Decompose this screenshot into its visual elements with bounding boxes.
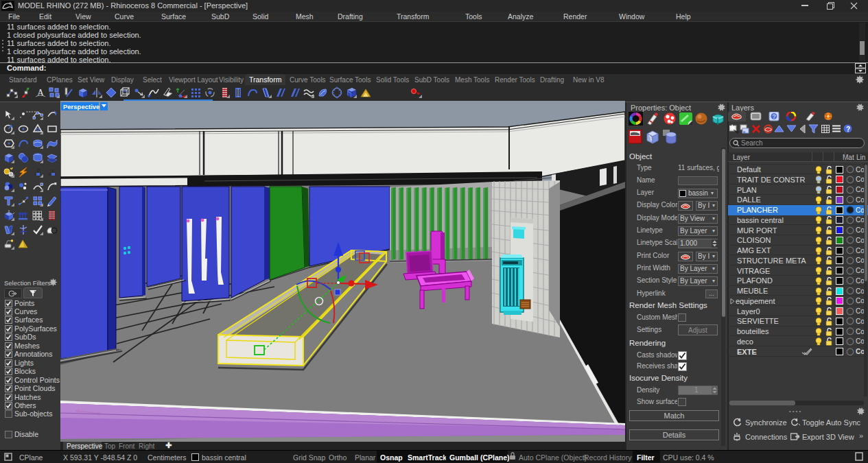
svg-text:?: ? (846, 126, 850, 133)
svg-text:A: A (37, 88, 45, 98)
svg-text:?: ? (773, 113, 776, 120)
